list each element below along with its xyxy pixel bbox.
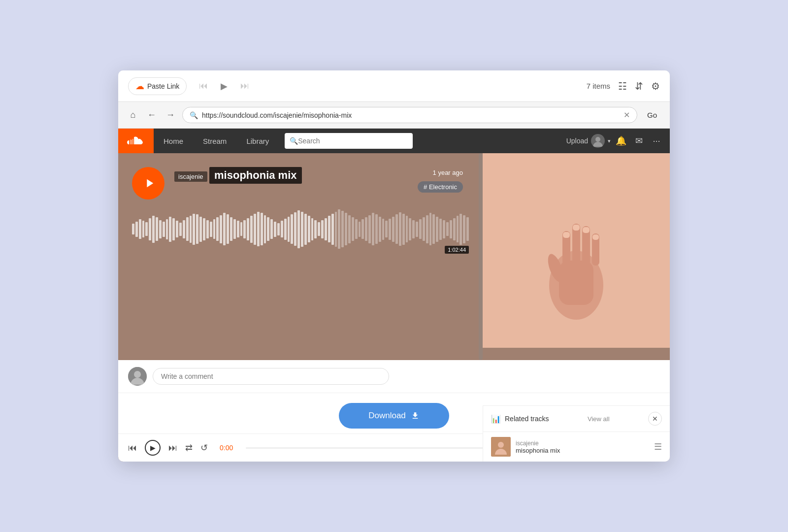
waveform-bar[interactable]: [284, 219, 287, 240]
waveform-bar[interactable]: [183, 220, 185, 238]
waveform-bar[interactable]: [361, 219, 364, 239]
skip-back-button[interactable]: ⏮: [197, 79, 210, 93]
waveform-bar[interactable]: [375, 214, 378, 244]
waveform-bar[interactable]: [196, 214, 198, 244]
waveform-bar[interactable]: [261, 213, 263, 245]
back-button[interactable]: ←: [145, 108, 159, 122]
waveform-bar[interactable]: [321, 220, 324, 238]
waveform-bar[interactable]: [163, 222, 165, 237]
waveform-bar[interactable]: [318, 222, 320, 236]
waveform-bar[interactable]: [402, 214, 405, 245]
waveform-bar[interactable]: [257, 212, 260, 246]
waveform-bar[interactable]: [220, 215, 222, 243]
home-button[interactable]: ⌂: [126, 108, 140, 122]
waveform-bar[interactable]: [159, 220, 162, 238]
waveform-bar[interactable]: [203, 218, 205, 240]
more-options-button[interactable]: ···: [649, 133, 664, 148]
waveform-bar[interactable]: [409, 218, 411, 240]
waveform-bar[interactable]: [338, 209, 340, 249]
waveform-bar[interactable]: [432, 214, 435, 244]
messages-button[interactable]: ✉: [631, 133, 646, 148]
waveform-bar[interactable]: [230, 217, 232, 241]
waveform-bar[interactable]: [314, 220, 317, 238]
waveform-bar[interactable]: [176, 221, 178, 237]
nav-library-button[interactable]: Library: [236, 129, 279, 153]
waveform-bar[interactable]: [277, 223, 280, 235]
waveform-bar[interactable]: [156, 217, 158, 241]
waveform[interactable]: [132, 209, 469, 249]
waveform-bar[interactable]: [233, 219, 236, 239]
avatar[interactable]: [591, 134, 605, 148]
waveform-bar[interactable]: [460, 214, 462, 245]
waveform-bar[interactable]: [190, 216, 192, 243]
waveform-bar[interactable]: [223, 213, 226, 245]
waveform-bar[interactable]: [237, 221, 239, 237]
waveform-bar[interactable]: [419, 219, 422, 239]
skip-forward-button[interactable]: ⏭: [238, 79, 252, 93]
play-pause-button[interactable]: ▶: [217, 79, 231, 93]
waveform-bar[interactable]: [463, 215, 465, 243]
waveform-bar[interactable]: [439, 219, 442, 240]
url-input[interactable]: [202, 111, 620, 119]
notifications-button[interactable]: 🔔: [614, 133, 628, 148]
waveform-bar[interactable]: [382, 219, 385, 240]
search-list-icon-button[interactable]: ☷: [618, 80, 627, 92]
waveform-bar[interactable]: [379, 217, 381, 242]
waveform-bar[interactable]: [199, 217, 202, 242]
player-skip-forward-button[interactable]: ⏭: [168, 443, 177, 453]
waveform-bar[interactable]: [304, 214, 307, 245]
waveform-bar[interactable]: [385, 221, 388, 237]
waveform-bar[interactable]: [169, 217, 171, 242]
waveform-bar[interactable]: [423, 217, 425, 241]
forward-button[interactable]: →: [164, 108, 177, 122]
waveform-bar[interactable]: [145, 222, 148, 236]
waveform-bar[interactable]: [429, 213, 432, 245]
waveform-bar[interactable]: [436, 217, 438, 242]
waveform-bar[interactable]: [328, 216, 330, 242]
waveform-bar[interactable]: [331, 214, 334, 245]
waveform-container[interactable]: 1:02:44: [132, 209, 469, 254]
close-related-button[interactable]: ✕: [648, 412, 662, 426]
waveform-bar[interactable]: [301, 212, 303, 247]
nav-stream-button[interactable]: Stream: [193, 129, 236, 153]
waveform-bar[interactable]: [186, 217, 189, 241]
shuffle-button[interactable]: ⇄: [185, 442, 193, 453]
add-to-playlist-button[interactable]: ☰: [654, 441, 662, 452]
waveform-bar[interactable]: [193, 214, 195, 245]
waveform-bar[interactable]: [179, 223, 182, 236]
waveform-bar[interactable]: [274, 222, 276, 237]
waveform-bar[interactable]: [166, 219, 168, 239]
waveform-bar[interactable]: [457, 216, 459, 242]
settings-button[interactable]: ⚙: [651, 80, 660, 92]
waveform-bar[interactable]: [352, 217, 354, 241]
waveform-bar[interactable]: [291, 214, 293, 244]
url-clear-button[interactable]: ✕: [624, 110, 630, 120]
upload-button[interactable]: Upload: [566, 137, 588, 145]
waveform-bar[interactable]: [368, 215, 371, 243]
waveform-bar[interactable]: [311, 218, 314, 240]
comment-input[interactable]: [153, 368, 389, 385]
waveform-bar[interactable]: [152, 216, 155, 243]
waveform-bar[interactable]: [359, 222, 361, 237]
waveform-bar[interactable]: [416, 222, 418, 237]
waveform-bar[interactable]: [446, 222, 449, 236]
paste-link-button[interactable]: ☁ Paste Link: [128, 77, 187, 95]
waveform-bar[interactable]: [267, 217, 269, 241]
waveform-bar[interactable]: [389, 219, 391, 240]
waveform-bar[interactable]: [372, 213, 374, 245]
nav-home-button[interactable]: Home: [154, 129, 193, 153]
waveform-bar[interactable]: [348, 215, 351, 243]
waveform-bar[interactable]: [264, 215, 266, 243]
repeat-button[interactable]: ↺: [200, 442, 208, 453]
view-all-button[interactable]: View all: [588, 415, 610, 423]
waveform-bar[interactable]: [453, 218, 456, 240]
player-skip-back-button[interactable]: ⏮: [128, 443, 137, 453]
waveform-bar[interactable]: [294, 212, 296, 246]
waveform-bar[interactable]: [450, 220, 452, 238]
download-button[interactable]: Download: [339, 403, 449, 429]
waveform-bar[interactable]: [406, 216, 408, 242]
waveform-bar[interactable]: [395, 214, 398, 244]
waveform-bar[interactable]: [412, 220, 415, 238]
waveform-bar[interactable]: [341, 211, 344, 247]
soundcloud-logo[interactable]: [118, 129, 154, 153]
